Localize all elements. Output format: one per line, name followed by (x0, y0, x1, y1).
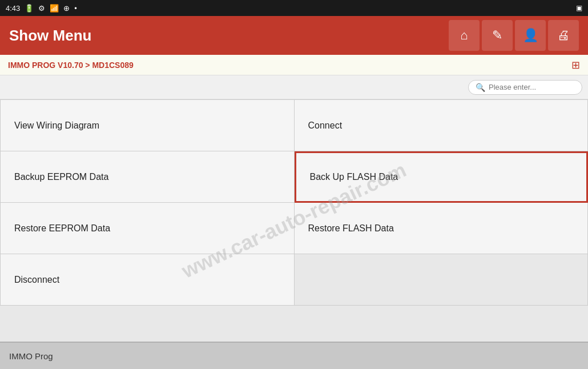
search-input[interactable] (489, 83, 574, 91)
home-icon: ⌂ (460, 28, 468, 43)
menu-item-backup-flash[interactable]: Back Up FLASH Data (295, 151, 589, 203)
search-icon: 🔍 (476, 83, 485, 92)
menu-item-label: Restore EEPROM Data (14, 223, 110, 234)
search-input-wrapper[interactable]: 🔍 (468, 80, 582, 95)
menu-item-view-wiring[interactable]: View Wiring Diagram (1, 100, 295, 151)
status-bar-left: 4:43 🔋 ⚙ 📶 ⊕ • (6, 4, 77, 13)
person-icon: 👤 (523, 28, 538, 43)
menu-item-connect[interactable]: Connect (295, 100, 589, 151)
menu-item-empty (295, 254, 589, 306)
page-wrapper: 4:43 🔋 ⚙ 📶 ⊕ • ▣ Show Menu ⌂ ✎ 👤 🖨 (0, 0, 588, 369)
home-button[interactable]: ⌂ (449, 20, 480, 51)
bottom-bar-label: IMMO Prog (9, 351, 53, 361)
header-title: Show Menu (9, 27, 91, 45)
menu-item-restore-eeprom[interactable]: Restore EEPROM Data (1, 203, 295, 254)
header: Show Menu ⌂ ✎ 👤 🖨 (0, 16, 588, 55)
print-button[interactable]: 🖨 (548, 20, 579, 51)
menu-item-disconnect[interactable]: Disconnect (1, 254, 295, 306)
status-bar-right: ▣ (576, 4, 582, 12)
unknown-icon: ⊕ (63, 4, 70, 13)
status-bar: 4:43 🔋 ⚙ 📶 ⊕ • ▣ (0, 0, 588, 16)
breadcrumb-add-icon[interactable]: ⊞ (571, 59, 580, 71)
battery-icon: 🔋 (25, 4, 34, 13)
menu-item-label: Connect (308, 121, 343, 131)
search-bar: 🔍 (0, 75, 588, 99)
menu-item-label: Back Up FLASH Data (310, 172, 398, 182)
person-button[interactable]: 👤 (515, 20, 546, 51)
menu-item-label: Disconnect (14, 275, 59, 285)
content-area: 🔍 View Wiring Diagram Connect Backup EEP… (0, 75, 588, 342)
menu-item-label: Restore FLASH Data (308, 223, 394, 234)
edit-button[interactable]: ✎ (482, 20, 513, 51)
bottom-bar: IMMO Prog (0, 342, 588, 369)
print-icon: 🖨 (557, 28, 570, 43)
dot-icon: • (74, 4, 77, 13)
settings-icon: ⚙ (38, 4, 45, 13)
menu-grid: View Wiring Diagram Connect Backup EEPRO… (0, 99, 588, 306)
signal-icon: 📶 (50, 4, 59, 13)
header-icons: ⌂ ✎ 👤 🖨 (449, 20, 579, 51)
edit-icon: ✎ (492, 28, 502, 43)
breadcrumb-text: IMMO PROG V10.70 > MD1CS089 (8, 61, 134, 70)
menu-item-restore-flash[interactable]: Restore FLASH Data (295, 203, 589, 254)
status-time: 4:43 (6, 4, 20, 13)
menu-item-label: Backup EEPROM Data (14, 172, 108, 182)
breadcrumb-bar: IMMO PROG V10.70 > MD1CS089 ⊞ (0, 55, 588, 75)
menu-item-label: View Wiring Diagram (14, 121, 99, 131)
corner-icon: ▣ (576, 4, 582, 12)
menu-item-backup-eeprom[interactable]: Backup EEPROM Data (1, 151, 295, 203)
